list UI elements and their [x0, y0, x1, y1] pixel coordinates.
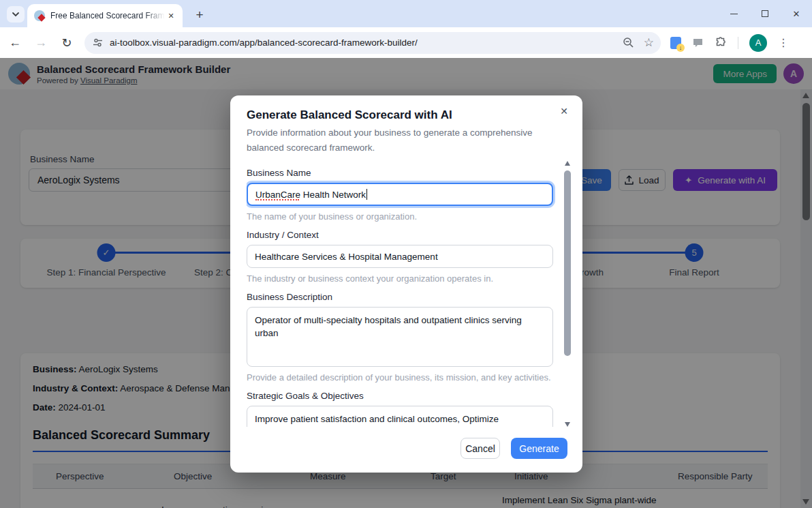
dialog-scroll-up-icon[interactable] — [565, 161, 570, 166]
modal-industry-input[interactable]: Healthcare Services & Hospital Managemen… — [247, 245, 553, 268]
browser-window: Free Balanced Scorecard Framew ✕ + ✕ ← →… — [0, 0, 812, 508]
bookmark-star-icon[interactable]: ☆ — [644, 35, 654, 50]
zoom-out-icon[interactable] — [623, 37, 634, 48]
dialog-scroll-down-icon[interactable] — [565, 422, 570, 427]
browser-tab[interactable]: Free Balanced Scorecard Framew ✕ — [27, 4, 183, 27]
modal-description-label: Business Description — [247, 292, 558, 302]
dialog-close-icon[interactable]: ✕ — [557, 104, 572, 119]
modal-description-value: Operator of multi-specialty hospitals an… — [255, 315, 522, 338]
tab-title: Free Balanced Scorecard Framew — [50, 11, 165, 20]
modal-business-name-label: Business Name — [247, 168, 558, 178]
modal-goals-value: Improve patient satisfaction and clinica… — [255, 414, 499, 427]
modal-business-name-help: The name of your business or organizatio… — [247, 211, 558, 222]
url-text[interactable]: ai-toolbox.visual-paradigm.com/app/balan… — [110, 38, 623, 48]
generate-ai-dialog: Generate Balanced Scorecard with AI ✕ Pr… — [230, 95, 582, 473]
browser-toolbar: ← → ↻ ai-toolbox.visual-paradigm.com/app… — [0, 27, 812, 58]
text-caret — [366, 189, 367, 200]
dialog-form: Business Name UrbanCare Health Network T… — [247, 161, 558, 427]
generate-button[interactable]: Generate — [511, 438, 567, 459]
dialog-title: Generate Balanced Scorecard with AI — [247, 108, 452, 122]
dialog-scrollbar[interactable] — [563, 161, 572, 427]
dialog-description: Provide information about your business … — [247, 125, 569, 155]
modal-industry-label: Industry / Context — [247, 230, 558, 240]
chevron-down-icon — [12, 12, 20, 17]
chat-extension-icon[interactable] — [692, 38, 704, 48]
tab-search-button[interactable] — [7, 6, 25, 23]
tab-close-icon[interactable]: ✕ — [165, 10, 177, 22]
modal-description-help: Provide a detailed description of your b… — [247, 372, 558, 383]
window-close-button[interactable]: ✕ — [781, 0, 812, 27]
site-settings-icon[interactable] — [93, 38, 103, 48]
cancel-button[interactable]: Cancel — [460, 438, 500, 459]
modal-goals-label: Strategic Goals & Objectives — [247, 391, 558, 401]
page-viewport: Balanced Scorecard Framework Builder Pow… — [0, 58, 812, 508]
browser-menu-icon[interactable]: ⋮ — [778, 36, 789, 49]
window-maximize-button[interactable] — [749, 0, 781, 27]
dialog-scrollbar-thumb[interactable] — [564, 170, 571, 356]
new-tab-button[interactable]: + — [191, 6, 208, 24]
maximize-icon — [762, 10, 768, 17]
window-controls: ✕ — [718, 0, 812, 27]
browser-tabstrip: Free Balanced Scorecard Framew ✕ + ✕ — [0, 0, 812, 27]
forward-button: → — [30, 32, 52, 54]
modal-description-textarea[interactable]: Operator of multi-specialty hospitals an… — [247, 307, 553, 367]
browser-profile-avatar[interactable]: A — [749, 34, 767, 52]
modal-goals-textarea[interactable]: Improve patient satisfaction and clinica… — [247, 406, 553, 427]
toolbar-divider — [738, 37, 738, 49]
modal-business-name-input[interactable]: UrbanCare Health Network — [247, 183, 553, 206]
site-favicon-icon — [34, 10, 45, 21]
modal-industry-value: Healthcare Services & Hospital Managemen… — [255, 252, 438, 262]
reload-button[interactable]: ↻ — [56, 32, 78, 54]
modal-business-name-value: UrbanCare Health Network — [255, 190, 366, 200]
window-minimize-button[interactable] — [718, 0, 749, 27]
minimize-icon — [730, 14, 738, 14]
dialog-footer: Cancel Generate — [460, 438, 567, 459]
modal-industry-help: The industry or business context your or… — [247, 273, 558, 284]
back-button[interactable]: ← — [4, 32, 26, 54]
url-bar[interactable]: ai-toolbox.visual-paradigm.com/app/balan… — [84, 32, 661, 54]
toolbar-extensions: A ⋮ — [670, 34, 798, 52]
extensions-puzzle-icon[interactable] — [715, 37, 727, 49]
page-save-extension-icon[interactable] — [670, 37, 681, 49]
spellcheck-squiggle — [255, 199, 299, 200]
